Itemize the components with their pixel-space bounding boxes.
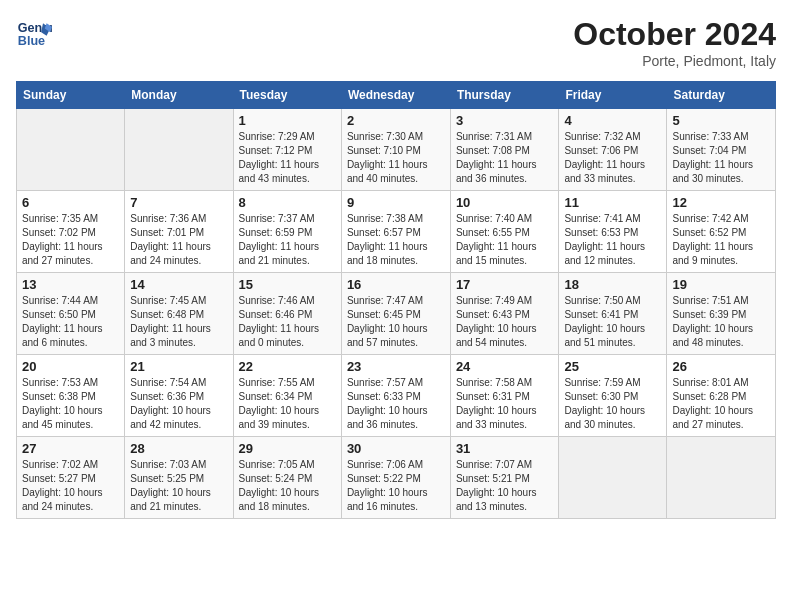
day-info: Sunrise: 7:53 AM Sunset: 6:38 PM Dayligh…: [22, 376, 119, 432]
calendar-cell: [667, 437, 776, 519]
calendar-cell: 27Sunrise: 7:02 AM Sunset: 5:27 PM Dayli…: [17, 437, 125, 519]
day-number: 12: [672, 195, 770, 210]
day-info: Sunrise: 7:59 AM Sunset: 6:30 PM Dayligh…: [564, 376, 661, 432]
day-number: 9: [347, 195, 445, 210]
month-title: October 2024: [573, 16, 776, 53]
calendar-cell: 6Sunrise: 7:35 AM Sunset: 7:02 PM Daylig…: [17, 191, 125, 273]
calendar-cell: 8Sunrise: 7:37 AM Sunset: 6:59 PM Daylig…: [233, 191, 341, 273]
calendar-cell: 17Sunrise: 7:49 AM Sunset: 6:43 PM Dayli…: [450, 273, 559, 355]
calendar-cell: 7Sunrise: 7:36 AM Sunset: 7:01 PM Daylig…: [125, 191, 233, 273]
week-row-2: 6Sunrise: 7:35 AM Sunset: 7:02 PM Daylig…: [17, 191, 776, 273]
calendar-cell: 13Sunrise: 7:44 AM Sunset: 6:50 PM Dayli…: [17, 273, 125, 355]
day-header-saturday: Saturday: [667, 82, 776, 109]
day-number: 7: [130, 195, 227, 210]
day-number: 20: [22, 359, 119, 374]
day-info: Sunrise: 7:29 AM Sunset: 7:12 PM Dayligh…: [239, 130, 336, 186]
day-info: Sunrise: 7:36 AM Sunset: 7:01 PM Dayligh…: [130, 212, 227, 268]
day-number: 4: [564, 113, 661, 128]
page-header: General Blue October 2024 Porte, Piedmon…: [16, 16, 776, 69]
logo: General Blue: [16, 16, 52, 52]
day-info: Sunrise: 7:32 AM Sunset: 7:06 PM Dayligh…: [564, 130, 661, 186]
day-header-tuesday: Tuesday: [233, 82, 341, 109]
title-block: October 2024 Porte, Piedmont, Italy: [573, 16, 776, 69]
day-header-thursday: Thursday: [450, 82, 559, 109]
day-number: 10: [456, 195, 554, 210]
day-number: 6: [22, 195, 119, 210]
day-info: Sunrise: 7:50 AM Sunset: 6:41 PM Dayligh…: [564, 294, 661, 350]
calendar-cell: 20Sunrise: 7:53 AM Sunset: 6:38 PM Dayli…: [17, 355, 125, 437]
calendar-table: SundayMondayTuesdayWednesdayThursdayFrid…: [16, 81, 776, 519]
calendar-cell: 25Sunrise: 7:59 AM Sunset: 6:30 PM Dayli…: [559, 355, 667, 437]
day-number: 23: [347, 359, 445, 374]
day-info: Sunrise: 7:30 AM Sunset: 7:10 PM Dayligh…: [347, 130, 445, 186]
calendar-cell: [17, 109, 125, 191]
calendar-cell: 18Sunrise: 7:50 AM Sunset: 6:41 PM Dayli…: [559, 273, 667, 355]
week-row-1: 1Sunrise: 7:29 AM Sunset: 7:12 PM Daylig…: [17, 109, 776, 191]
day-number: 11: [564, 195, 661, 210]
calendar-cell: [559, 437, 667, 519]
day-info: Sunrise: 7:40 AM Sunset: 6:55 PM Dayligh…: [456, 212, 554, 268]
day-info: Sunrise: 7:02 AM Sunset: 5:27 PM Dayligh…: [22, 458, 119, 514]
calendar-cell: 30Sunrise: 7:06 AM Sunset: 5:22 PM Dayli…: [341, 437, 450, 519]
day-header-monday: Monday: [125, 82, 233, 109]
calendar-body: 1Sunrise: 7:29 AM Sunset: 7:12 PM Daylig…: [17, 109, 776, 519]
calendar-cell: 4Sunrise: 7:32 AM Sunset: 7:06 PM Daylig…: [559, 109, 667, 191]
day-number: 14: [130, 277, 227, 292]
day-number: 25: [564, 359, 661, 374]
day-info: Sunrise: 7:42 AM Sunset: 6:52 PM Dayligh…: [672, 212, 770, 268]
day-number: 30: [347, 441, 445, 456]
day-info: Sunrise: 8:01 AM Sunset: 6:28 PM Dayligh…: [672, 376, 770, 432]
week-row-5: 27Sunrise: 7:02 AM Sunset: 5:27 PM Dayli…: [17, 437, 776, 519]
day-number: 26: [672, 359, 770, 374]
day-number: 1: [239, 113, 336, 128]
calendar-cell: 12Sunrise: 7:42 AM Sunset: 6:52 PM Dayli…: [667, 191, 776, 273]
svg-text:Blue: Blue: [18, 34, 45, 48]
day-info: Sunrise: 7:47 AM Sunset: 6:45 PM Dayligh…: [347, 294, 445, 350]
day-info: Sunrise: 7:44 AM Sunset: 6:50 PM Dayligh…: [22, 294, 119, 350]
day-number: 21: [130, 359, 227, 374]
day-info: Sunrise: 7:46 AM Sunset: 6:46 PM Dayligh…: [239, 294, 336, 350]
calendar-cell: [125, 109, 233, 191]
logo-icon: General Blue: [16, 16, 52, 52]
calendar-cell: 21Sunrise: 7:54 AM Sunset: 6:36 PM Dayli…: [125, 355, 233, 437]
calendar-cell: 2Sunrise: 7:30 AM Sunset: 7:10 PM Daylig…: [341, 109, 450, 191]
day-info: Sunrise: 7:31 AM Sunset: 7:08 PM Dayligh…: [456, 130, 554, 186]
day-info: Sunrise: 7:54 AM Sunset: 6:36 PM Dayligh…: [130, 376, 227, 432]
day-number: 13: [22, 277, 119, 292]
day-info: Sunrise: 7:35 AM Sunset: 7:02 PM Dayligh…: [22, 212, 119, 268]
day-number: 17: [456, 277, 554, 292]
calendar-cell: 31Sunrise: 7:07 AM Sunset: 5:21 PM Dayli…: [450, 437, 559, 519]
day-number: 29: [239, 441, 336, 456]
calendar-cell: 16Sunrise: 7:47 AM Sunset: 6:45 PM Dayli…: [341, 273, 450, 355]
week-row-3: 13Sunrise: 7:44 AM Sunset: 6:50 PM Dayli…: [17, 273, 776, 355]
day-number: 16: [347, 277, 445, 292]
calendar-cell: 29Sunrise: 7:05 AM Sunset: 5:24 PM Dayli…: [233, 437, 341, 519]
day-header-wednesday: Wednesday: [341, 82, 450, 109]
day-info: Sunrise: 7:06 AM Sunset: 5:22 PM Dayligh…: [347, 458, 445, 514]
day-number: 19: [672, 277, 770, 292]
day-number: 31: [456, 441, 554, 456]
day-number: 28: [130, 441, 227, 456]
calendar-cell: 26Sunrise: 8:01 AM Sunset: 6:28 PM Dayli…: [667, 355, 776, 437]
day-number: 22: [239, 359, 336, 374]
day-info: Sunrise: 7:33 AM Sunset: 7:04 PM Dayligh…: [672, 130, 770, 186]
calendar-cell: 9Sunrise: 7:38 AM Sunset: 6:57 PM Daylig…: [341, 191, 450, 273]
calendar-cell: 22Sunrise: 7:55 AM Sunset: 6:34 PM Dayli…: [233, 355, 341, 437]
day-info: Sunrise: 7:55 AM Sunset: 6:34 PM Dayligh…: [239, 376, 336, 432]
day-number: 3: [456, 113, 554, 128]
day-info: Sunrise: 7:41 AM Sunset: 6:53 PM Dayligh…: [564, 212, 661, 268]
calendar-cell: 24Sunrise: 7:58 AM Sunset: 6:31 PM Dayli…: [450, 355, 559, 437]
calendar-cell: 15Sunrise: 7:46 AM Sunset: 6:46 PM Dayli…: [233, 273, 341, 355]
day-info: Sunrise: 7:51 AM Sunset: 6:39 PM Dayligh…: [672, 294, 770, 350]
calendar-cell: 28Sunrise: 7:03 AM Sunset: 5:25 PM Dayli…: [125, 437, 233, 519]
day-number: 5: [672, 113, 770, 128]
day-info: Sunrise: 7:49 AM Sunset: 6:43 PM Dayligh…: [456, 294, 554, 350]
calendar-cell: 10Sunrise: 7:40 AM Sunset: 6:55 PM Dayli…: [450, 191, 559, 273]
day-header-sunday: Sunday: [17, 82, 125, 109]
calendar-cell: 3Sunrise: 7:31 AM Sunset: 7:08 PM Daylig…: [450, 109, 559, 191]
location-subtitle: Porte, Piedmont, Italy: [573, 53, 776, 69]
day-number: 15: [239, 277, 336, 292]
day-info: Sunrise: 7:37 AM Sunset: 6:59 PM Dayligh…: [239, 212, 336, 268]
day-header-friday: Friday: [559, 82, 667, 109]
calendar-cell: 5Sunrise: 7:33 AM Sunset: 7:04 PM Daylig…: [667, 109, 776, 191]
